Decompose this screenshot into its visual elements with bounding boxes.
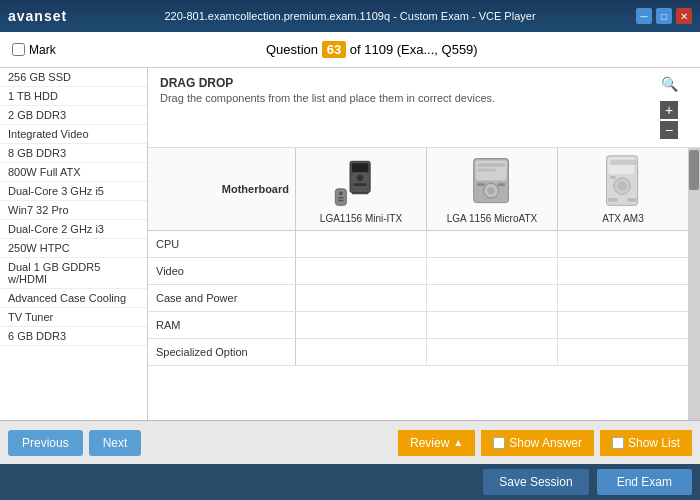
- row-cpu-col2[interactable]: [427, 231, 558, 257]
- search-icon[interactable]: 🔍: [661, 76, 678, 92]
- motherboard-row-label: Motherboard: [148, 148, 296, 230]
- bottom-toolbar: Previous Next Review ▲ Show Answer Show …: [0, 420, 700, 464]
- svg-rect-13: [477, 183, 484, 186]
- mini-itx-label: LGA1156 Mini-ITX: [320, 213, 402, 224]
- components-panel: 256 GB SSD 1 TB HDD 2 GB DDR3 Integrated…: [0, 68, 148, 420]
- question-header: Mark Question 63 of 1109 (Exa..., Q559): [0, 32, 700, 68]
- svg-point-2: [356, 174, 363, 181]
- zoom-out-button[interactable]: −: [660, 121, 678, 139]
- component-item[interactable]: 256 GB SSD: [0, 68, 147, 87]
- microatx-label: LGA 1156 MicroATX: [447, 213, 537, 224]
- minimize-button[interactable]: ─: [636, 8, 652, 24]
- svg-point-21: [618, 182, 627, 191]
- svg-rect-23: [628, 198, 637, 202]
- atx-image: [593, 154, 653, 209]
- component-item[interactable]: Win7 32 Pro: [0, 201, 147, 220]
- row-cpu-label: CPU: [148, 231, 296, 257]
- drag-drop-instruction: Drag the components from the list and pl…: [160, 92, 688, 104]
- window-controls[interactable]: ─ □ ✕: [636, 8, 692, 24]
- table-body: CPU Video Case and Power: [148, 231, 688, 366]
- row-ram-col1[interactable]: [296, 312, 427, 338]
- main-content: 256 GB SSD 1 TB HDD 2 GB DDR3 Integrated…: [0, 68, 700, 420]
- row-ram-col3[interactable]: [558, 312, 688, 338]
- scrollbar-thumb[interactable]: [689, 150, 699, 190]
- mini-itx-image: [331, 154, 391, 209]
- mini-itx-col: LGA1156 Mini-ITX: [296, 148, 427, 230]
- svg-rect-3: [354, 183, 367, 186]
- action-bar: Save Session End Exam: [0, 464, 700, 500]
- table-row: CPU: [148, 231, 688, 258]
- row-video-col1[interactable]: [296, 258, 427, 284]
- row-case-col1[interactable]: [296, 285, 427, 311]
- component-item[interactable]: Advanced Case Cooling: [0, 289, 147, 308]
- row-cpu-col3[interactable]: [558, 231, 688, 257]
- app-logo: avanset: [8, 8, 67, 24]
- component-item[interactable]: Integrated Video: [0, 125, 147, 144]
- atx-col: ATX AM3: [558, 148, 688, 230]
- svg-rect-8: [338, 200, 344, 201]
- row-specialized-col3[interactable]: [558, 339, 688, 365]
- svg-rect-19: [610, 160, 632, 166]
- svg-rect-22: [608, 198, 617, 202]
- svg-rect-24: [610, 176, 616, 179]
- svg-point-25: [632, 160, 637, 165]
- row-case-col2[interactable]: [427, 285, 558, 311]
- previous-button[interactable]: Previous: [8, 430, 83, 456]
- row-case-power-label: Case and Power: [148, 285, 296, 311]
- row-cpu-col1[interactable]: [296, 231, 427, 257]
- svg-rect-14: [498, 183, 505, 186]
- review-button[interactable]: Review ▲: [398, 430, 475, 456]
- mark-checkbox[interactable]: [12, 43, 25, 56]
- zoom-in-button[interactable]: +: [660, 101, 678, 119]
- right-area: DRAG DROP Drag the components from the l…: [148, 68, 700, 420]
- drag-drop-label: DRAG DROP: [160, 76, 688, 90]
- show-answer-button[interactable]: Show Answer: [481, 430, 594, 456]
- component-item[interactable]: 1 TB HDD: [0, 87, 147, 106]
- show-answer-checkbox[interactable]: [493, 437, 505, 449]
- question-text-area: DRAG DROP Drag the components from the l…: [148, 68, 700, 148]
- show-list-checkbox[interactable]: [612, 437, 624, 449]
- component-item[interactable]: TV Tuner: [0, 308, 147, 327]
- question-number: 63: [322, 41, 346, 58]
- row-specialized-col2[interactable]: [427, 339, 558, 365]
- table-row: Case and Power: [148, 285, 688, 312]
- window-title: 220-801.examcollection.premium.exam.1109…: [164, 10, 535, 22]
- show-list-button[interactable]: Show List: [600, 430, 692, 456]
- end-exam-button[interactable]: End Exam: [597, 469, 692, 495]
- svg-rect-7: [338, 197, 344, 198]
- close-button[interactable]: ✕: [676, 8, 692, 24]
- row-ram-label: RAM: [148, 312, 296, 338]
- vertical-scrollbar[interactable]: [688, 148, 700, 420]
- table-row: Specialized Option: [148, 339, 688, 366]
- save-session-button[interactable]: Save Session: [483, 469, 588, 495]
- svg-rect-1: [352, 163, 369, 172]
- component-item[interactable]: Dual-Core 3 GHz i5: [0, 182, 147, 201]
- maximize-button[interactable]: □: [656, 8, 672, 24]
- zoom-controls: + −: [660, 101, 678, 139]
- row-specialized-label: Specialized Option: [148, 339, 296, 365]
- next-button[interactable]: Next: [89, 430, 142, 456]
- component-item[interactable]: 6 GB DDR3: [0, 327, 147, 346]
- title-bar: avanset 220-801.examcollection.premium.e…: [0, 0, 700, 32]
- component-item[interactable]: 2 GB DDR3: [0, 106, 147, 125]
- component-item[interactable]: 800W Full ATX: [0, 163, 147, 182]
- component-item[interactable]: Dual 1 GB GDDR5 w/HDMI: [0, 258, 147, 289]
- row-ram-col2[interactable]: [427, 312, 558, 338]
- row-specialized-col1[interactable]: [296, 339, 427, 365]
- row-case-col3[interactable]: [558, 285, 688, 311]
- question-info: Question 63 of 1109 (Exa..., Q559): [56, 42, 688, 57]
- table-row: RAM: [148, 312, 688, 339]
- table-row: Video: [148, 258, 688, 285]
- svg-point-12: [487, 187, 494, 194]
- row-video-label: Video: [148, 258, 296, 284]
- component-item[interactable]: 250W HTPC: [0, 239, 147, 258]
- review-dropdown-icon: ▲: [453, 437, 463, 448]
- svg-rect-5: [335, 189, 346, 206]
- row-video-col2[interactable]: [427, 258, 558, 284]
- component-item[interactable]: Dual-Core 2 GHz i3: [0, 220, 147, 239]
- atx-label: ATX AM3: [602, 213, 644, 224]
- component-item[interactable]: 8 GB DDR3: [0, 144, 147, 163]
- row-video-col3[interactable]: [558, 258, 688, 284]
- mark-label[interactable]: Mark: [12, 43, 56, 57]
- microatx-image: [462, 154, 522, 209]
